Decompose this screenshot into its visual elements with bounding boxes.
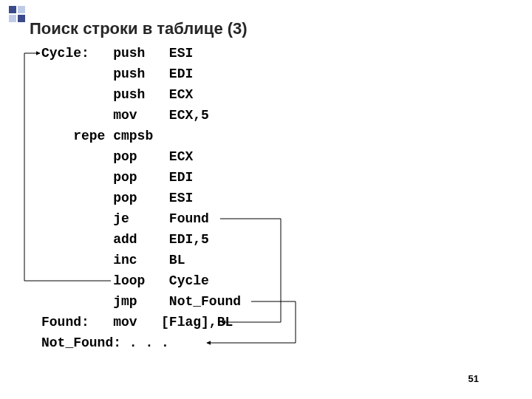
code-line: add EDI,5 xyxy=(41,229,241,250)
svg-rect-3 xyxy=(18,15,25,22)
code-line: push EDI xyxy=(41,64,241,84)
code-line: je Found xyxy=(41,208,241,229)
svg-rect-0 xyxy=(9,6,16,13)
code-line: push ECX xyxy=(41,84,241,105)
logo-icon xyxy=(9,6,27,24)
page-title: Поиск строки в таблице (3) xyxy=(30,19,248,38)
code-line: pop ECX xyxy=(41,146,241,167)
code-line: loop Cycle xyxy=(41,270,241,291)
code-line: Not_Found: . . . xyxy=(41,332,241,353)
svg-rect-2 xyxy=(9,15,16,22)
code-block: Cycle: push ESI push EDI push ECX mov EC… xyxy=(41,43,241,353)
code-line: inc BL xyxy=(41,250,241,270)
svg-rect-1 xyxy=(18,6,25,13)
code-line: pop EDI xyxy=(41,167,241,188)
code-line: pop ESI xyxy=(41,188,241,208)
code-line: jmp Not_Found xyxy=(41,291,241,312)
code-line: mov ECX,5 xyxy=(41,105,241,126)
code-line: Found: mov [Flag],BL xyxy=(41,312,241,332)
code-line: Cycle: push ESI xyxy=(41,43,241,64)
page-number: 51 xyxy=(468,373,479,384)
code-line: repe cmpsb xyxy=(41,126,241,146)
